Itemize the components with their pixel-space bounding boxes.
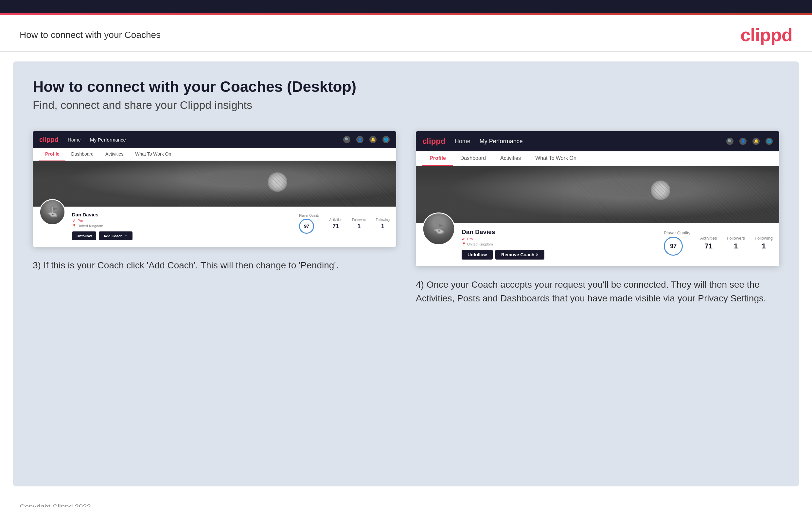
bell-icon-2[interactable]: 🔔 — [753, 137, 760, 145]
foing-label-2: Following — [755, 236, 773, 240]
top-bar — [0, 0, 812, 13]
act-value-2: 71 — [700, 242, 717, 250]
user-badge-1: ✔ Pro — [72, 218, 293, 223]
act-label-2: Activities — [700, 236, 717, 240]
add-coach-label: Add Coach — [103, 234, 122, 238]
mockup-2-tabs: Profile Dashboard Activities What To Wor… — [416, 151, 779, 166]
user-icon-2[interactable]: 👤 — [740, 137, 747, 145]
mockup-1-nav-performance[interactable]: My Performance — [90, 137, 126, 143]
bell-icon[interactable]: 🔔 — [369, 136, 376, 143]
page-title: How to connect with your Coaches — [20, 30, 161, 40]
mockup-2-nav-icons: 🔍 👤 🔔 🌐 — [726, 137, 773, 145]
foing-value-1: 1 — [376, 223, 390, 230]
header: How to connect with your Coaches clippd — [0, 15, 812, 52]
stat-activities-1: Activities 71 — [329, 218, 342, 230]
mockup-1-buttons: Unfollow Add Coach ＋ — [72, 231, 293, 240]
mockup-1-banner — [33, 161, 396, 207]
act-label-1: Activities — [329, 218, 342, 222]
clippd-logo: clippd — [740, 24, 792, 46]
avatar-1 — [39, 199, 65, 225]
fol-value-1: 1 — [352, 223, 366, 230]
add-coach-button[interactable]: Add Coach ＋ — [99, 231, 132, 240]
pq-label-2: Player Quality — [664, 230, 690, 235]
mockup-2-profile-area: Dan Davies ✔ Pro 📍 United Kingdom Unfoll… — [416, 223, 779, 266]
pq-circle-2: 97 — [664, 237, 683, 256]
mockup-1-logo: clippd — [39, 136, 59, 144]
main-content: How to connect with your Coaches (Deskto… — [13, 61, 799, 487]
fol-label-1: Followers — [352, 218, 366, 222]
globe-icon[interactable]: 🌐 — [383, 136, 390, 143]
main-title: How to connect with your Coaches (Deskto… — [33, 78, 779, 96]
footer: Copyright Clippd 2022 — [0, 496, 812, 507]
screenshot-col-1: clippd Home My Performance 🔍 👤 🔔 🌐 Profi… — [33, 131, 396, 305]
unfollow-button-2[interactable]: Unfollow — [462, 250, 493, 260]
mockup-2-navbar: clippd Home My Performance 🔍 👤 🔔 🌐 — [416, 131, 779, 151]
stat-following-2: Following 1 — [755, 236, 773, 250]
user-location-1: 📍 United Kingdom — [72, 224, 293, 228]
tab-what-to-work-on-1[interactable]: What To Work On — [129, 148, 177, 161]
search-icon[interactable]: 🔍 — [343, 136, 350, 143]
tab-what-to-work-on-2[interactable]: What To Work On — [528, 151, 583, 166]
checkmark-icon-1: ✔ — [72, 218, 76, 223]
copyright-text: Copyright Clippd 2022 — [20, 503, 91, 507]
foing-label-1: Following — [376, 218, 390, 222]
remove-coach-label: Remove Coach — [501, 252, 534, 257]
mockup-2: clippd Home My Performance 🔍 👤 🔔 🌐 Profi… — [416, 131, 779, 266]
mockup-1-tabs: Profile Dashboard Activities What To Wor… — [33, 148, 396, 161]
mockup-1-nav-home[interactable]: Home — [68, 137, 81, 143]
username-2: Dan Davies — [462, 228, 657, 236]
description-1: 3) If this is your Coach click 'Add Coac… — [33, 259, 396, 272]
tab-profile-2[interactable]: Profile — [422, 151, 453, 166]
globe-icon-2[interactable]: 🌐 — [766, 137, 773, 145]
tab-profile-1[interactable]: Profile — [39, 148, 65, 161]
mockup-2-buttons: Unfollow Remove Coach ✕ — [462, 250, 657, 260]
stat-followers-2: Followers 1 — [727, 236, 745, 250]
mockup-1-user-info: Dan Davies ✔ Pro 📍 United Kingdom Unfoll… — [72, 211, 293, 240]
mockup-1-navbar: clippd Home My Performance 🔍 👤 🔔 🌐 — [33, 131, 396, 148]
stat-player-quality-2: Player Quality 97 — [664, 230, 690, 256]
mockup-2-user-info: Dan Davies ✔ Pro 📍 United Kingdom Unfoll… — [462, 227, 657, 260]
search-icon-2[interactable]: 🔍 — [726, 137, 733, 145]
mockup-2-nav-home[interactable]: Home — [455, 138, 470, 145]
banner-overlay-1 — [33, 161, 396, 207]
x-icon: ✕ — [536, 253, 539, 257]
plus-icon: ＋ — [124, 233, 128, 239]
mockup-2-nav-performance[interactable]: My Performance — [479, 138, 523, 145]
description-2: 4) Once your Coach accepts your request … — [416, 278, 779, 305]
user-icon[interactable]: 👤 — [356, 136, 363, 143]
stat-activities-2: Activities 71 — [700, 236, 717, 250]
main-subtitle: Find, connect and share your Clippd insi… — [33, 99, 779, 111]
badge-text-2: Pro — [467, 237, 473, 241]
mockup-1-stats: Player Quality 97 Activities 71 Follower… — [299, 211, 390, 234]
user-location-2: 📍 United Kingdom — [462, 242, 657, 246]
avatar-figure-2 — [423, 214, 454, 244]
badge-text-1: Pro — [78, 219, 83, 223]
foing-value-2: 1 — [755, 242, 773, 250]
tab-dashboard-1[interactable]: Dashboard — [65, 148, 100, 161]
avatar-2 — [422, 213, 455, 245]
screenshots-row: clippd Home My Performance 🔍 👤 🔔 🌐 Profi… — [33, 131, 779, 305]
fol-label-2: Followers — [727, 236, 745, 240]
pq-label-1: Player Quality — [299, 214, 319, 217]
mockup-1: clippd Home My Performance 🔍 👤 🔔 🌐 Profi… — [33, 131, 396, 247]
tab-activities-1[interactable]: Activities — [99, 148, 129, 161]
tab-activities-2[interactable]: Activities — [493, 151, 528, 166]
avatar-figure-1 — [40, 200, 64, 224]
fol-value-2: 1 — [727, 242, 745, 250]
location-text-2: United Kingdom — [467, 242, 493, 246]
banner-overlay-2 — [416, 166, 779, 223]
stat-following-1: Following 1 — [376, 218, 390, 230]
username-1: Dan Davies — [72, 212, 293, 217]
checkmark-icon-2: ✔ — [462, 236, 465, 241]
mockup-2-stats: Player Quality 97 Activities 71 Follower… — [664, 227, 773, 256]
pq-circle-1: 97 — [299, 219, 314, 234]
tab-dashboard-2[interactable]: Dashboard — [453, 151, 493, 166]
mockup-2-banner — [416, 166, 779, 223]
user-badge-2: ✔ Pro — [462, 236, 657, 241]
mockup-1-nav-icons: 🔍 👤 🔔 🌐 — [343, 136, 390, 143]
remove-coach-button[interactable]: Remove Coach ✕ — [495, 250, 544, 260]
act-value-1: 71 — [329, 223, 342, 230]
stat-player-quality-1: Player Quality 97 — [299, 214, 319, 234]
unfollow-button-1[interactable]: Unfollow — [72, 231, 96, 240]
stat-followers-1: Followers 1 — [352, 218, 366, 230]
